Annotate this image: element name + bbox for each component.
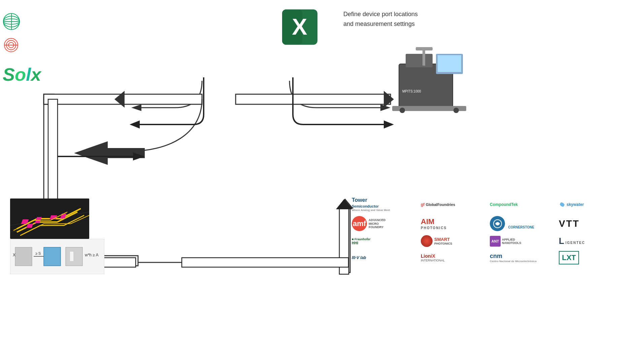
- svg-rect-59: [44, 247, 61, 266]
- amf-logo: amf ADVANCEDMICROFOUNDRY: [352, 216, 416, 231]
- svg-rect-19: [339, 209, 349, 274]
- compoundtek-logo: CompoundTek: [490, 202, 554, 207]
- solx-text: Solx: [3, 64, 41, 84]
- svg-rect-13: [236, 94, 391, 104]
- svg-marker-7: [128, 259, 138, 266]
- chip-image: [10, 198, 89, 239]
- tidy3d-icon: [3, 38, 20, 53]
- svg-marker-4: [226, 259, 236, 266]
- svg-text:X: X: [292, 14, 307, 39]
- tidy3d-logo: [3, 38, 21, 53]
- lionix-logo: LioniX INTERNATIONAL: [421, 253, 485, 262]
- svg-rect-42: [416, 47, 433, 50]
- svg-rect-21: [182, 258, 348, 267]
- ligentec-logo: L IGENTEC: [559, 236, 623, 246]
- cornerstone-logo: CORNERSTONE: [490, 216, 554, 231]
- svg-rect-37: [406, 54, 433, 67]
- svg-marker-6: [337, 198, 353, 209]
- lxt-logo: LXT: [559, 251, 579, 264]
- svg-marker-20: [336, 199, 352, 209]
- iii-v-lab-logo: III-V lab: [352, 255, 416, 260]
- svg-marker-1: [74, 141, 145, 165]
- svg-rect-55: [15, 247, 32, 266]
- vtt-logo: VTT: [559, 218, 623, 229]
- foundry-logos-grid: Tower Semiconductor Where Analog and Val…: [352, 197, 641, 355]
- svg-rect-41: [422, 49, 425, 66]
- excel-icon: X: [282, 9, 317, 46]
- define-device-text: Define device port locationsand measurem…: [343, 9, 418, 29]
- svg-marker-18: [133, 152, 145, 160]
- svg-rect-10: [44, 94, 54, 104]
- skywater-logo: skywater: [559, 201, 623, 208]
- femwell-logo: [3, 13, 22, 30]
- aim-photonics-logo: AIM PHOTONICS: [421, 217, 485, 230]
- svg-marker-16: [384, 120, 394, 129]
- globalfoundries-logo: gf GlobalFoundries: [421, 202, 485, 207]
- svg-rect-5: [340, 209, 350, 273]
- solx-logo: Solx: [3, 64, 41, 85]
- svg-marker-2: [131, 104, 141, 111]
- svg-text:w*h ≥ A: w*h ≥ A: [84, 253, 99, 257]
- svg-point-43: [400, 108, 405, 113]
- svg-marker-15: [130, 120, 140, 129]
- smart-photonics-logo: SMART PHOTONICS: [421, 235, 485, 247]
- svg-rect-61: [70, 252, 73, 261]
- svg-text:X: X: [13, 253, 15, 257]
- femwell-icon: [3, 13, 20, 30]
- ant-logo: ANT APPLIEDNANOTOOLS: [490, 236, 554, 247]
- svg-marker-3: [380, 104, 391, 111]
- svg-rect-39: [438, 55, 461, 72]
- drc-diagram: X ≥ S w*h ≥ A: [10, 239, 104, 274]
- tower-logo: Tower Semiconductor Where Analog and Val…: [352, 197, 416, 212]
- svg-text:MPITS:1000: MPITS:1000: [402, 89, 421, 93]
- measurement-machine: MPITS:1000: [392, 44, 470, 116]
- svg-rect-11: [44, 94, 202, 104]
- svg-marker-12: [114, 91, 125, 108]
- cnm-logo: cnm Centro Nacional de Microelectrónica: [490, 253, 554, 263]
- svg-marker-22: [121, 258, 131, 267]
- svg-rect-60: [66, 247, 82, 266]
- svg-point-44: [453, 108, 459, 113]
- svg-text:≥ S: ≥ S: [35, 251, 41, 255]
- fraunhofer-logo: ■ Fraunhofer HHI: [352, 238, 416, 245]
